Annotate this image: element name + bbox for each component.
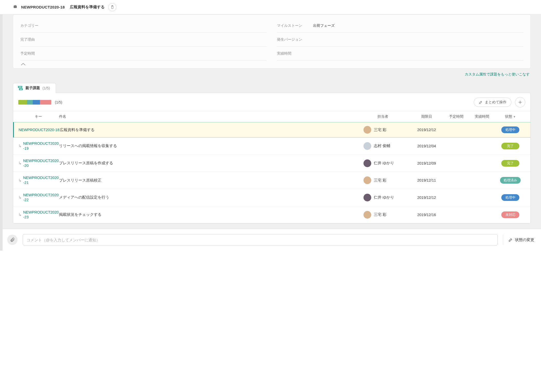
progress-ratio: (1/5) — [55, 100, 62, 104]
table-row[interactable]: NEWPRODUCT2020-18広報資料を準備する三宅 彩2019/12/12… — [13, 122, 530, 138]
progress-segment — [40, 100, 51, 105]
issue-key-link[interactable]: NEWPRODUCT2020-23 — [23, 210, 59, 220]
col-subject[interactable]: 件名 — [59, 114, 356, 119]
status-change-button[interactable]: 状態の変更 — [508, 237, 534, 242]
assignee-name: 志村 俊輔 — [374, 143, 390, 148]
child-arrow-icon: ↳ — [18, 143, 22, 148]
field-category[interactable]: カテゴリー — [20, 19, 267, 33]
avatar — [364, 126, 371, 134]
status-badge: 未対応 — [501, 211, 519, 218]
clipboard-button[interactable] — [108, 3, 116, 11]
label-resolution: 完了理由 — [20, 37, 56, 42]
child-issues-panel: (1/5) まとめて操作 キー 件名 担当者 — [13, 93, 531, 224]
col-status[interactable]: 状態▼ — [495, 114, 526, 119]
briefcase-icon — [13, 4, 18, 10]
col-due-date[interactable]: 期限日 — [410, 114, 443, 119]
sort-desc-icon: ▼ — [513, 115, 516, 118]
due-date: 2019/12/11 — [410, 178, 443, 182]
field-version[interactable]: 発生バージョン — [277, 33, 523, 47]
status-badge: 処理済み — [500, 177, 521, 184]
avatar — [364, 176, 371, 184]
label-milestone: マイルストーン — [277, 23, 313, 28]
issue-key-link[interactable]: NEWPRODUCT2020-21 — [23, 175, 59, 185]
progress-bar — [18, 100, 51, 105]
bulk-operations-button[interactable]: まとめて操作 — [474, 98, 511, 107]
status-badge: 完了 — [501, 160, 519, 167]
comment-footer: 状態の変更 — [3, 229, 541, 251]
progress-summary: (1/5) — [18, 100, 62, 105]
table-row[interactable]: ↳NEWPRODUCT2020-23掲載状況をチェックする三宅 彩2019/12… — [13, 206, 530, 224]
col-actual[interactable]: 実績時間 — [469, 114, 495, 119]
issue-title: 広報資料を準備する — [70, 5, 105, 10]
label-category: カテゴリー — [20, 23, 56, 28]
label-actual-hours: 実績時間 — [277, 51, 313, 56]
child-arrow-icon: ↳ — [18, 195, 22, 200]
field-actual-hours[interactable]: 実績時間 — [277, 47, 523, 61]
svg-rect-2 — [18, 86, 22, 88]
assignee-name: 三宅 彩 — [374, 127, 386, 132]
issue-key-link[interactable]: NEWPRODUCT2020-19 — [23, 141, 59, 151]
progress-segment — [33, 100, 40, 105]
issue-subject: メディアへの配信設定を行う — [59, 195, 109, 199]
edit-icon — [479, 100, 483, 104]
attach-file-button[interactable] — [7, 235, 18, 245]
tab-parent-child-issues[interactable]: 親子課題 (1/5) — [13, 83, 56, 93]
table-row[interactable]: ↳NEWPRODUCT2020-22メディアへの配信設定を行う仁井 ゆかり201… — [13, 189, 530, 206]
issue-subject: プレスリリース原稿校正 — [59, 178, 102, 182]
issue-details-card: カテゴリー 完了理由 予定時間 マイルストーン 出荷フェー — [13, 14, 531, 69]
issue-key-link[interactable]: NEWPRODUCT2020-18 — [19, 127, 60, 132]
table-header: キー 件名 担当者 期限日 予定時間 実績時間 状態▼ — [13, 111, 530, 122]
child-arrow-icon: ↳ — [18, 178, 22, 183]
col-assignee[interactable]: 担当者 — [356, 114, 410, 119]
issue-key-link[interactable]: NEWPRODUCT2020-22 — [23, 193, 59, 202]
avatar — [364, 211, 371, 219]
issue-subject: 広報資料を準備する — [60, 128, 95, 132]
assignee-name: 三宅 彩 — [374, 212, 386, 217]
issue-subject: プレスリリース原稿を作成する — [59, 161, 113, 165]
label-version: 発生バージョン — [277, 37, 313, 42]
add-child-issue-button[interactable] — [515, 97, 525, 107]
field-milestone[interactable]: マイルストーン 出荷フェーズ — [277, 19, 523, 33]
due-date: 2019/12/04 — [410, 144, 443, 148]
progress-segment — [18, 100, 27, 105]
due-date: 2019/12/12 — [410, 128, 443, 132]
collapse-details-button[interactable] — [20, 61, 523, 67]
issue-subject: リリースへの掲載情報を収集する — [59, 144, 117, 148]
table-row[interactable]: ↳NEWPRODUCT2020-21プレスリリース原稿校正三宅 彩2019/12… — [13, 172, 530, 189]
assignee-name: 仁井 ゆかり — [374, 195, 394, 200]
tab-count: (1/5) — [43, 86, 50, 90]
svg-rect-3 — [19, 89, 22, 90]
label-estimated-hours: 予定時間 — [20, 51, 56, 56]
status-badge: 処理中 — [501, 194, 519, 201]
col-estimated[interactable]: 予定時間 — [443, 114, 469, 119]
due-date: 2019/12/16 — [410, 213, 443, 217]
avatar — [364, 142, 371, 150]
avatar — [364, 194, 371, 201]
status-badge: 完了 — [501, 143, 519, 149]
custom-attributes-hint-link[interactable]: カスタム属性で課題をもっと使いこなす — [13, 72, 530, 77]
issue-key[interactable]: NEWPRODUCT2020-18 — [21, 5, 65, 9]
field-resolution[interactable]: 完了理由 — [20, 33, 267, 47]
table-row[interactable]: ↳NEWPRODUCT2020-19リリースへの掲載情報を収集する志村 俊輔20… — [13, 138, 530, 155]
issue-subject: 掲載状況をチェックする — [59, 212, 102, 217]
avatar — [364, 159, 371, 167]
col-key[interactable]: キー — [18, 114, 59, 119]
due-date: 2019/12/09 — [410, 161, 443, 165]
edit-icon — [508, 237, 513, 242]
assignee-name: 三宅 彩 — [374, 178, 386, 183]
due-date: 2019/12/12 — [410, 195, 443, 200]
assignee-name: 仁井 ゆかり — [374, 161, 394, 166]
table-row[interactable]: ↳NEWPRODUCT2020-20プレスリリース原稿を作成する仁井 ゆかり20… — [13, 155, 530, 172]
progress-segment — [27, 100, 33, 105]
tab-label: 親子課題 — [26, 86, 40, 90]
hierarchy-icon — [18, 86, 23, 90]
tabs: 親子課題 (1/5) — [13, 83, 531, 93]
comment-input[interactable] — [23, 234, 498, 245]
child-arrow-icon: ↳ — [18, 212, 22, 217]
field-estimated-hours[interactable]: 予定時間 — [20, 47, 267, 61]
issue-key-link[interactable]: NEWPRODUCT2020-20 — [23, 158, 59, 168]
issue-header: NEWPRODUCT2020-18 広報資料を準備する — [0, 0, 541, 14]
status-badge: 処理中 — [501, 126, 519, 133]
child-arrow-icon: ↳ — [18, 161, 22, 166]
separator — [503, 235, 503, 245]
